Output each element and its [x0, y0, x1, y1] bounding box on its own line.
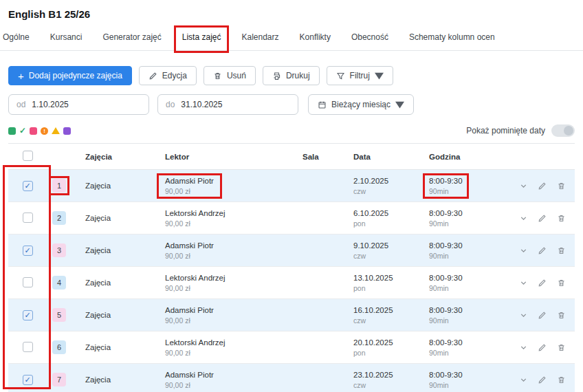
legend-row: ✓! Pokaż pominięte daty: [8, 124, 575, 137]
row-duration: 90min: [429, 349, 463, 357]
row-type: Zajęcia: [85, 246, 111, 254]
yellow-warning-icon: [52, 127, 60, 134]
row-checkbox[interactable]: ✓: [23, 246, 33, 256]
lektor-cell: Adamski Piotr 90,00 zł: [165, 371, 214, 389]
header-data: Data: [348, 144, 424, 170]
time-cell: 8:00-9:30 90min: [429, 241, 463, 260]
delete-row-button[interactable]: [553, 375, 569, 384]
row-duration: 90min: [429, 381, 463, 389]
edit-row-button[interactable]: [534, 182, 551, 190]
row-time: 8:00-9:30: [429, 371, 463, 379]
date-filter-row: od 1.10.2025 do 31.10.2025 Bieżący miesi…: [8, 94, 575, 115]
lektor-price: 90,00 zł: [165, 284, 226, 292]
delete-row-button[interactable]: [553, 214, 569, 223]
lektor-name: Lektorski Andrzej: [165, 274, 226, 282]
classes-table: Zajęcia Lektor Sala Data Godzina ✓ 1 Zaj…: [8, 143, 575, 392]
row-time: 8:00-9:30: [429, 338, 463, 347]
date-to-label: do: [166, 100, 175, 109]
header-lektor: Lektor: [160, 144, 297, 170]
delete-row-button[interactable]: [553, 343, 569, 352]
legend: ✓!: [8, 126, 71, 135]
tab-konflikty[interactable]: Konflikty: [298, 28, 332, 50]
tab-obecnosc[interactable]: Obecność: [350, 28, 390, 50]
table-row: 2 Zajęcia Lektorski Andrzej 90,00 zł 6.1…: [8, 202, 575, 235]
tab-ogolne[interactable]: Ogólne: [1, 28, 31, 50]
expand-row-button[interactable]: [516, 311, 532, 320]
expand-row-button[interactable]: [516, 343, 532, 352]
lektor-price: 90,00 zł: [165, 381, 214, 389]
row-date: 16.10.2025: [353, 306, 418, 314]
row-time: 8:00-9:30: [429, 274, 463, 282]
expand-row-button[interactable]: [516, 375, 532, 384]
row-date: 13.10.2025: [353, 274, 418, 282]
edit-row-button[interactable]: [534, 214, 551, 223]
time-cell: 8:00-9:30 90min: [429, 177, 463, 195]
row-duration: 90min: [429, 316, 463, 325]
expand-row-button[interactable]: [516, 279, 532, 287]
delete-row-button[interactable]: [553, 279, 569, 287]
edit-row-button[interactable]: [534, 375, 551, 384]
delete-row-button[interactable]: [553, 182, 569, 190]
date-to-input[interactable]: do 31.10.2025: [157, 94, 298, 115]
header-zajecia: Zajęcia: [80, 144, 160, 170]
row-number-badge: 4: [52, 276, 66, 290]
filter-button[interactable]: Filtruj: [327, 66, 393, 85]
row-checkbox[interactable]: ✓: [23, 375, 33, 385]
edit-row-button[interactable]: [534, 279, 551, 287]
select-all-checkbox[interactable]: [23, 151, 33, 161]
tab-lista-zajec[interactable]: Lista zajęć: [181, 28, 223, 50]
toggle-knob: [564, 126, 573, 135]
delete-row-button[interactable]: [553, 246, 569, 255]
table-row: ✓ 1 Zajęcia Adamski Piotr 90,00 zł 2.10.…: [8, 170, 575, 202]
current-month-button[interactable]: Bieżący miesiąc: [308, 94, 414, 115]
row-checkbox[interactable]: [23, 342, 33, 352]
row-checkbox[interactable]: ✓: [23, 310, 33, 320]
green-check-icon: ✓: [19, 126, 26, 135]
row-time: 8:00-9:30: [429, 209, 463, 217]
row-number-badge: 2: [52, 211, 66, 225]
row-checkbox[interactable]: [23, 277, 33, 287]
edit-button[interactable]: Edycja: [139, 66, 197, 85]
date-from-input[interactable]: od 1.10.2025: [8, 94, 149, 115]
row-day: pon: [353, 349, 418, 357]
edit-row-button[interactable]: [534, 343, 551, 352]
tab-kursanci[interactable]: Kursanci: [49, 28, 84, 50]
table-row: 4 Zajęcia Lektorski Andrzej 90,00 zł 13.…: [8, 267, 575, 299]
table-header-row: Zajęcia Lektor Sala Data Godzina: [8, 144, 575, 170]
table-row: ✓ 3 Zajęcia Adamski Piotr 90,00 zł 9.10.…: [8, 235, 575, 267]
edit-row-button[interactable]: [534, 311, 551, 320]
green-note-icon: [8, 127, 16, 135]
row-duration: 90min: [429, 219, 463, 228]
date-to-value: 31.10.2025: [181, 100, 222, 109]
print-button[interactable]: Drukuj: [263, 66, 320, 85]
sala-cell: [297, 235, 348, 267]
lektor-name: Adamski Piotr: [165, 177, 214, 185]
row-day: czw: [353, 252, 418, 260]
expand-row-button[interactable]: [516, 246, 532, 255]
row-checkbox[interactable]: ✓: [23, 181, 33, 191]
sala-cell: [297, 267, 348, 299]
tab-schematy-kolumn-ocen[interactable]: Schematy kolumn ocen: [408, 28, 496, 50]
lektor-price: 90,00 zł: [165, 219, 226, 228]
lektor-price: 90,00 zł: [165, 349, 226, 357]
add-single-class-button[interactable]: + Dodaj pojedyncze zajęcia: [8, 66, 132, 85]
tab-kalendarz[interactable]: Kalendarz: [240, 28, 280, 50]
expand-row-button[interactable]: [516, 214, 532, 223]
row-type: Zajęcia: [85, 311, 111, 319]
row-duration: 90min: [429, 187, 463, 195]
edit-row-button[interactable]: [534, 246, 551, 255]
expand-row-button[interactable]: [516, 182, 532, 190]
time-cell: 8:00-9:30 90min: [429, 274, 463, 292]
row-checkbox[interactable]: [23, 213, 33, 223]
sala-cell: [297, 202, 348, 235]
show-skipped-dates-toggle[interactable]: [551, 124, 575, 137]
lektor-cell: Adamski Piotr 90,00 zł: [165, 306, 214, 325]
row-number-badge: 6: [52, 340, 66, 354]
table-row: ✓ 5 Zajęcia Adamski Piotr 90,00 zł 16.10…: [8, 299, 575, 331]
trash-icon: [213, 72, 222, 80]
sala-cell: [297, 299, 348, 331]
delete-row-button[interactable]: [553, 311, 569, 320]
sala-cell: [297, 170, 348, 202]
tab-generator-zajec[interactable]: Generator zajęć: [101, 28, 162, 50]
delete-button[interactable]: Usuń: [204, 66, 256, 85]
